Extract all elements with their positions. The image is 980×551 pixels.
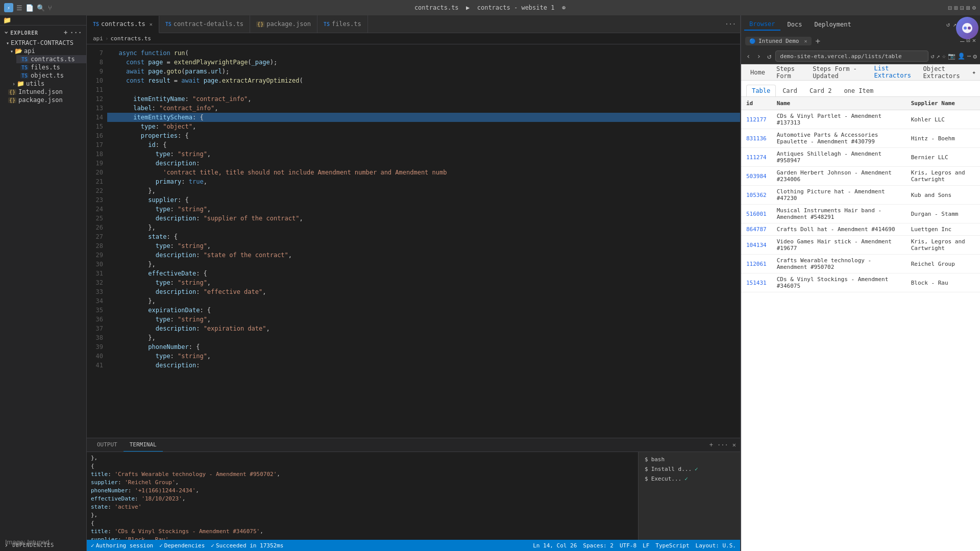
nav-steps-form-updated[interactable]: Steps Form - Updated bbox=[807, 63, 868, 82]
cell-id[interactable]: 105362 bbox=[741, 186, 772, 205]
browser-nav-browser[interactable]: Browser bbox=[744, 18, 780, 31]
share-icon[interactable]: ↗ bbox=[936, 53, 940, 60]
table-row[interactable]: 112177 CDs & Vinyl Partlet - Amendment #… bbox=[741, 110, 980, 129]
new-file-icon[interactable]: 📄 bbox=[26, 4, 34, 12]
table-row[interactable]: 112061 Crafts Wearable technology - Amen… bbox=[741, 255, 980, 273]
reload-button[interactable]: ↺ bbox=[765, 51, 773, 61]
status-language[interactable]: TypeScript bbox=[655, 542, 689, 549]
browser-settings-icon[interactable]: ⚙ bbox=[973, 53, 977, 60]
cell-id[interactable]: 503984 bbox=[741, 167, 772, 186]
status-succeeded[interactable]: ✓ Succeeded in 17352ms bbox=[211, 542, 283, 549]
address-bar[interactable]: demo-site-eta.vercel.app/lists/table bbox=[775, 51, 928, 62]
table-row[interactable]: 105362 Clothing Picture hat - Amendment … bbox=[741, 186, 980, 205]
id-link[interactable]: 111274 bbox=[746, 154, 767, 161]
tab-contracts-ts[interactable]: TS contracts.ts ✕ bbox=[87, 16, 159, 33]
add-terminal-icon[interactable]: + bbox=[709, 441, 713, 448]
id-link[interactable]: 151431 bbox=[746, 280, 767, 286]
profile-icon[interactable]: 👤 bbox=[958, 53, 965, 60]
bookmark-icon[interactable]: ☆ bbox=[942, 53, 946, 60]
id-link[interactable]: 105362 bbox=[746, 192, 767, 198]
nav-home[interactable]: Home bbox=[745, 67, 770, 78]
table-row[interactable]: 503984 Garden Herbert Johnson - Amendmen… bbox=[741, 167, 980, 186]
nav-steps-form[interactable]: Steps Form bbox=[771, 63, 806, 82]
close-icon[interactable]: ✕ bbox=[150, 21, 153, 27]
screenshot-icon[interactable]: 📷 bbox=[948, 53, 955, 60]
package-json-file[interactable]: {} package.json bbox=[8, 96, 86, 104]
explorer-label[interactable]: EXPLORER + ··· bbox=[0, 27, 86, 39]
contracts-ts-file[interactable]: TS contracts.ts bbox=[16, 55, 86, 63]
status-auth-session[interactable]: ✓ Authoring session bbox=[91, 542, 153, 549]
browser-content-tab-table[interactable]: Table bbox=[746, 85, 776, 96]
id-link[interactable]: 503984 bbox=[746, 173, 767, 180]
id-link[interactable]: 831136 bbox=[746, 135, 767, 142]
browser-nav-docs[interactable]: Docs bbox=[782, 19, 807, 30]
status-layout[interactable]: Layout: U.S. bbox=[696, 542, 736, 549]
more-options-icon[interactable]: ⋯ bbox=[967, 53, 971, 60]
tab-package-json[interactable]: {} package.json bbox=[250, 15, 317, 33]
cell-id[interactable]: 831136 bbox=[741, 129, 772, 148]
more-icon[interactable]: ··· bbox=[70, 29, 82, 36]
cell-id[interactable]: 104134 bbox=[741, 236, 772, 255]
table-row[interactable]: 104134 Video Games Hair stick - Amendmen… bbox=[741, 236, 980, 255]
execute-terminal-item[interactable]: $ Execut... ✓ bbox=[642, 474, 737, 483]
utils-folder[interactable]: › 📁 utils bbox=[8, 80, 86, 88]
id-link[interactable]: 112177 bbox=[746, 116, 767, 123]
cell-id[interactable]: 864787 bbox=[741, 223, 772, 236]
root-folder[interactable]: ▾ EXTRACT-CONTRACTS bbox=[4, 39, 86, 47]
install-terminal-item[interactable]: $ Install d... ✓ bbox=[642, 465, 737, 473]
refresh-icon[interactable]: ↺ bbox=[946, 21, 950, 28]
search-icon[interactable]: 🔍 bbox=[37, 4, 45, 12]
id-link[interactable]: 864787 bbox=[746, 226, 767, 233]
id-link[interactable]: 104134 bbox=[746, 242, 767, 248]
browser-content-tab-card[interactable]: Card bbox=[777, 85, 803, 96]
api-folder[interactable]: ▾ 📂 api bbox=[8, 47, 86, 55]
table-row[interactable]: 111274 Antiques Shillelagh - Amendment #… bbox=[741, 148, 980, 167]
object-ts-file[interactable]: TS object.ts bbox=[16, 71, 86, 80]
more-terminal-icon[interactable]: ··· bbox=[717, 441, 728, 448]
status-line-ending[interactable]: LF bbox=[643, 542, 649, 549]
tab-contract-details[interactable]: TS contract-details.ts bbox=[159, 15, 250, 33]
nav-list-extractors[interactable]: List Extractors bbox=[869, 63, 917, 82]
reload-page-icon[interactable]: ↺ bbox=[930, 53, 934, 60]
cell-id[interactable]: 112177 bbox=[741, 110, 772, 129]
cell-id[interactable]: 516001 bbox=[741, 205, 772, 223]
page-settings-icon[interactable]: ✦ bbox=[972, 68, 976, 76]
bash-terminal-item[interactable]: $ bash bbox=[642, 455, 737, 464]
menu-icon[interactable]: ☰ bbox=[16, 4, 22, 12]
new-file-icon[interactable]: + bbox=[64, 29, 68, 36]
id-link[interactable]: 516001 bbox=[746, 211, 767, 217]
intuned-json-file[interactable]: {} Intuned.json bbox=[8, 88, 86, 96]
layout-icon-4[interactable]: ⊠ bbox=[966, 4, 970, 12]
browser-content-tab-one-item[interactable]: one Item bbox=[838, 85, 879, 96]
tab-files-ts[interactable]: TS files.ts bbox=[317, 15, 368, 33]
status-spaces[interactable]: Spaces: 2 bbox=[583, 542, 614, 549]
files-ts-file[interactable]: TS files.ts bbox=[16, 63, 86, 71]
table-row[interactable]: 864787 Crafts Doll hat - Amendment #4146… bbox=[741, 223, 980, 236]
status-position[interactable]: Ln 14, Col 26 bbox=[533, 542, 577, 549]
browser-nav-deployment[interactable]: Deployment bbox=[809, 19, 856, 30]
layout-icon-3[interactable]: ⊡ bbox=[960, 4, 964, 12]
browser-content-tab-card2[interactable]: Card 2 bbox=[804, 85, 837, 96]
table-row[interactable]: 516001 Musical Instruments Hair band - A… bbox=[741, 205, 980, 223]
id-link[interactable]: 112061 bbox=[746, 261, 767, 267]
table-row[interactable]: 831136 Automotive Parts & Accessories Ep… bbox=[741, 129, 980, 148]
settings-icon[interactable]: ⚙ bbox=[972, 4, 976, 11]
status-encoding[interactable]: UTF-8 bbox=[620, 542, 636, 549]
table-row[interactable]: 151431 CDs & Vinyl Stockings - Amendment… bbox=[741, 273, 980, 292]
breadcrumb-api[interactable]: api bbox=[93, 35, 103, 42]
new-tab-icon[interactable]: + bbox=[816, 36, 821, 46]
cell-id[interactable]: 151431 bbox=[741, 273, 772, 292]
cell-id[interactable]: 112061 bbox=[741, 255, 772, 273]
status-dependencies[interactable]: ✓ Dependencies bbox=[159, 542, 205, 549]
breadcrumb-contracts-ts[interactable]: contracts.ts bbox=[111, 35, 151, 42]
terminal-tab[interactable]: TERMINAL bbox=[124, 438, 163, 452]
tab-more-button[interactable]: ··· bbox=[721, 20, 740, 28]
source-control-icon[interactable]: ⑂ bbox=[48, 4, 52, 12]
forward-button[interactable]: › bbox=[754, 51, 763, 61]
files-icon[interactable]: 📁 bbox=[3, 16, 11, 24]
layout-icon-2[interactable]: ⊞ bbox=[954, 4, 958, 12]
back-button[interactable]: ‹ bbox=[744, 51, 752, 61]
output-tab[interactable]: OUTPUT bbox=[91, 438, 124, 452]
nav-object-extractors[interactable]: Object Extractors bbox=[918, 63, 971, 82]
browser-tab-window[interactable]: 🔵 Intuned Demo ✕ bbox=[745, 37, 812, 45]
